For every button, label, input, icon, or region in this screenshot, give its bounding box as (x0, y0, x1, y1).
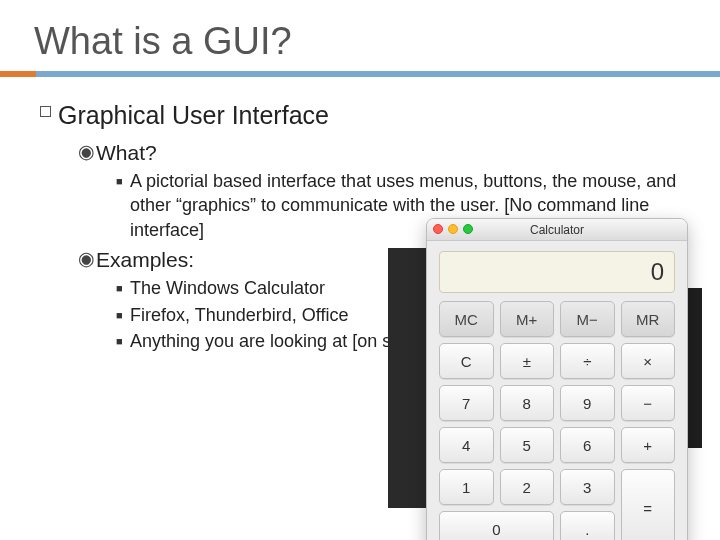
btn-2[interactable]: 2 (500, 469, 555, 505)
calculator-title: Calculator (530, 223, 584, 237)
btn-add[interactable]: + (621, 427, 676, 463)
btn-equals[interactable]: = (621, 469, 676, 540)
accent-bar (0, 71, 720, 77)
btn-mr[interactable]: MR (621, 301, 676, 337)
zoom-icon[interactable] (463, 224, 473, 234)
minimize-icon[interactable] (448, 224, 458, 234)
close-icon[interactable] (433, 224, 443, 234)
calculator-window: Calculator 0 MC M+ M− MR C ± ÷ × 7 8 9 −… (426, 218, 688, 540)
calculator-display: 0 (439, 251, 675, 293)
btn-subtract[interactable]: − (621, 385, 676, 421)
window-controls[interactable] (433, 224, 473, 234)
btn-8[interactable]: 8 (500, 385, 555, 421)
btn-clear[interactable]: C (439, 343, 494, 379)
btn-3[interactable]: 3 (560, 469, 615, 505)
btn-7[interactable]: 7 (439, 385, 494, 421)
heading-text: Graphical User Interface (58, 99, 329, 133)
bullet-target-icon: ◉ (78, 139, 96, 165)
calculator-keypad: MC M+ M− MR C ± ÷ × 7 8 9 − 4 5 6 + 1 2 … (427, 301, 687, 540)
btn-multiply[interactable]: × (621, 343, 676, 379)
background-strip-left (388, 248, 426, 508)
sub-examples-text: Examples: (96, 246, 194, 274)
background-strip-right (688, 288, 702, 448)
btn-5[interactable]: 5 (500, 427, 555, 463)
sub-what-text: What? (96, 139, 157, 167)
btn-9[interactable]: 9 (560, 385, 615, 421)
btn-0[interactable]: 0 (439, 511, 554, 540)
btn-plus-minus[interactable]: ± (500, 343, 555, 379)
sub-what-row: ◉ What? (78, 139, 690, 167)
btn-m-minus[interactable]: M− (560, 301, 615, 337)
bullet-small-square-icon: ■ (116, 308, 130, 323)
calculator-titlebar[interactable]: Calculator (427, 219, 687, 241)
bullet-square-icon (40, 99, 58, 125)
btn-mc[interactable]: MC (439, 301, 494, 337)
bullet-small-square-icon: ■ (116, 174, 130, 189)
btn-m-plus[interactable]: M+ (500, 301, 555, 337)
bullet-small-square-icon: ■ (116, 281, 130, 296)
bullet-target-icon: ◉ (78, 246, 96, 272)
btn-4[interactable]: 4 (439, 427, 494, 463)
slide-title: What is a GUI? (0, 0, 720, 71)
heading-row: Graphical User Interface (40, 99, 690, 133)
btn-1[interactable]: 1 (439, 469, 494, 505)
bullet-small-square-icon: ■ (116, 334, 130, 349)
btn-6[interactable]: 6 (560, 427, 615, 463)
btn-divide[interactable]: ÷ (560, 343, 615, 379)
btn-decimal[interactable]: . (560, 511, 615, 540)
